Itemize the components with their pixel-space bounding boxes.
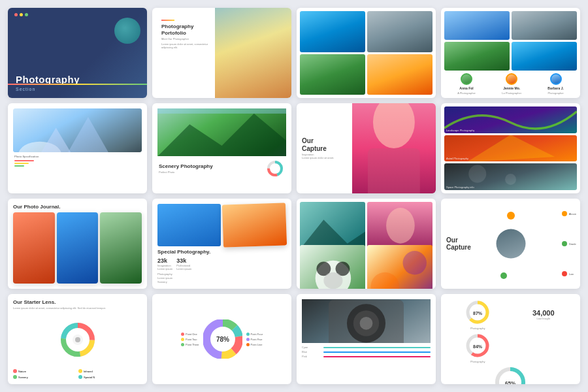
- journal-photo-3: [100, 212, 142, 284]
- svg-text:84%: 84%: [473, 344, 483, 349]
- avatar-jennie: Jennie Mo. La Photographer: [502, 73, 521, 95]
- spec-bar-1: Cyan: [302, 346, 431, 349]
- capture-circles-title: OurCapture: [446, 237, 471, 251]
- slide-camera-specs[interactable]: Cyan Blue Pink: [297, 294, 436, 384]
- portfolio-subtitle: Meet Our Photographer: [161, 37, 218, 41]
- gear-label-2: Infrared: [78, 369, 142, 373]
- stat-2: 33k ProfectionalLorem ipsum: [176, 257, 191, 270]
- ph-grid-1: [444, 11, 510, 40]
- orbit-dot-bottom: [500, 272, 507, 279]
- pie-dot-3: [181, 343, 184, 346]
- portfolio-image-inner: [215, 8, 291, 98]
- slide-donut-stats[interactable]: 87% Photography 34,000 Last Insight 84% …: [441, 294, 580, 384]
- avatar-barbara-role: Photographer: [547, 91, 563, 95]
- circle-accent: [114, 18, 140, 44]
- gear-dot-4: [78, 375, 82, 379]
- big-number-area: 34,000 Last Insight: [532, 309, 555, 320]
- special-title: Special Photography.: [157, 249, 210, 255]
- lens-title: Our Starter Lens.: [13, 299, 56, 305]
- slide-aurora[interactable]: Landscape Photography Astral Photography: [441, 103, 580, 193]
- slide-photo-grid[interactable]: [297, 8, 436, 98]
- journal-title: Our Photo Journal.: [13, 204, 60, 210]
- aurora-grid: Landscape Photography Astral Photography: [444, 106, 577, 190]
- donut-teal-svg: 65%: [494, 366, 527, 384]
- sp-photo-1: [157, 204, 221, 246]
- spec-bar-2: Blue: [302, 350, 431, 353]
- scenery-text: Scenery Photography Perfect Photo: [159, 163, 213, 174]
- donut-yellow-label: Photography: [470, 327, 485, 330]
- slide-journal[interactable]: Our Photo Journal.: [8, 199, 147, 289]
- avatars-row: Anna Fol A Photographer Jennie Mo. La Ph…: [444, 73, 577, 95]
- pie-label-2: Point Two: [181, 338, 199, 341]
- avatar-anna-name: Anna Fol: [459, 86, 473, 90]
- cap-dot-low: [562, 271, 567, 276]
- ph-grid-4: [512, 42, 577, 71]
- slide-portfolio[interactable]: PhotographyPortofolio Meet Our Photograp…: [152, 8, 291, 98]
- capture-text: OurCapture Inspiration Lorem ipsum dolor…: [302, 137, 334, 159]
- pie-label-1-text: Point One: [186, 333, 197, 336]
- photo-people: [367, 54, 433, 95]
- camera-image: [302, 299, 431, 343]
- donut-chart: [265, 159, 285, 178]
- slide-title[interactable]: Photography Section: [8, 8, 147, 98]
- cat-2: Lorem ipsum: [157, 276, 210, 280]
- spec-bar-1-bar: [323, 347, 431, 348]
- slide-grid: Photography Section PhotographyPortofoli…: [0, 0, 588, 392]
- spec-line-3: [14, 165, 24, 167]
- slide-scenery[interactable]: Scenery Photography Perfect Photo: [152, 103, 291, 193]
- avatar-barbara-img: [550, 73, 562, 85]
- svg-point-50: [360, 317, 373, 330]
- aurora-label-1: Landscape Photography: [446, 129, 474, 132]
- special-stats: 23k ImaginationLorem ipsum 33k Profectio…: [157, 257, 210, 270]
- spec-bar-2-bar: [323, 351, 431, 353]
- journal-photo-2: [57, 212, 99, 284]
- scenery-image: [157, 108, 286, 156]
- photo-forest: [300, 54, 365, 95]
- accent-bar: [161, 20, 174, 21]
- pie-labels-right: Point Four Point Five Point Line: [246, 333, 263, 346]
- pie-label-5-text: Point Five: [251, 338, 263, 341]
- slide-photo-spec[interactable]: Photo Specification: [8, 103, 147, 193]
- avatar-barbara: Barbara J. Photographer: [547, 73, 563, 95]
- pie-label-1: Point One: [181, 333, 199, 336]
- spec-bar-3: Pink: [302, 355, 431, 358]
- gear-label-4: Special N: [78, 375, 142, 379]
- slide-capture-circles[interactable]: OurCapture Above Grade Low: [441, 199, 580, 289]
- donut-stat-yellow: 87% Photography: [465, 299, 491, 330]
- ph-grid-2: [512, 11, 577, 40]
- slide-pie-chart[interactable]: Point One Point Two Point Three: [152, 294, 291, 384]
- slide-starter-lens[interactable]: Our Starter Lens. Lorem ipsum dolor sit …: [8, 294, 147, 384]
- photo-grid: [300, 11, 433, 95]
- slide-landscape-grid[interactable]: Landscape Portrait: [297, 199, 436, 289]
- avatar-anna-role: A Photographer: [457, 91, 476, 95]
- avatar-jennie-img: [506, 73, 517, 85]
- gear-label-1-text: Nature: [18, 370, 26, 373]
- cat-1: Photography: [157, 272, 210, 276]
- gear-dot-2: [78, 369, 82, 373]
- cap-label-grade: Grade: [562, 241, 576, 246]
- portfolio-content: PhotographyPortofolio Meet Our Photograp…: [157, 13, 222, 53]
- pie-label-6: Point Line: [246, 343, 263, 346]
- ph-grid-3: [444, 42, 510, 71]
- pie-chart-container: 78%: [203, 319, 242, 359]
- accent-line: [8, 84, 147, 85]
- svg-text:78%: 78%: [216, 336, 229, 343]
- spec-content: Photo Specification: [13, 152, 40, 169]
- avatar-jennie-name: Jennie Mo.: [503, 86, 520, 90]
- slide-our-capture[interactable]: OurCapture Inspiration Lorem ipsum dolor…: [297, 103, 436, 193]
- slide-photographers[interactable]: Anna Fol A Photographer Jennie Mo. La Ph…: [441, 8, 580, 98]
- portfolio-body: Lorem ipsum dolor sit amet, consectetur …: [161, 42, 218, 49]
- aurora-label-3: Space Photography info: [446, 186, 474, 189]
- big-number: 34,000: [532, 309, 555, 317]
- special-text: Special Photography. 23k ImaginationLore…: [157, 249, 210, 284]
- lens-body: Lorem ipsum dolor sit amet, consectetur …: [13, 306, 106, 310]
- special-photos: [157, 204, 286, 246]
- avatar-anna-img: [461, 73, 472, 85]
- svg-rect-6: [157, 108, 286, 114]
- slide-special[interactable]: Special Photography. 23k ImaginationLore…: [152, 199, 291, 289]
- aurora-label-2: Astral Photography: [446, 157, 468, 160]
- grid-panda: Animal: [300, 245, 365, 289]
- stat-1-label: ImaginationLorem ipsum: [157, 264, 172, 270]
- avatar-barbara-name: Barbara J.: [547, 86, 563, 90]
- scenery-bottom: Scenery Photography Perfect Photo: [157, 156, 286, 181]
